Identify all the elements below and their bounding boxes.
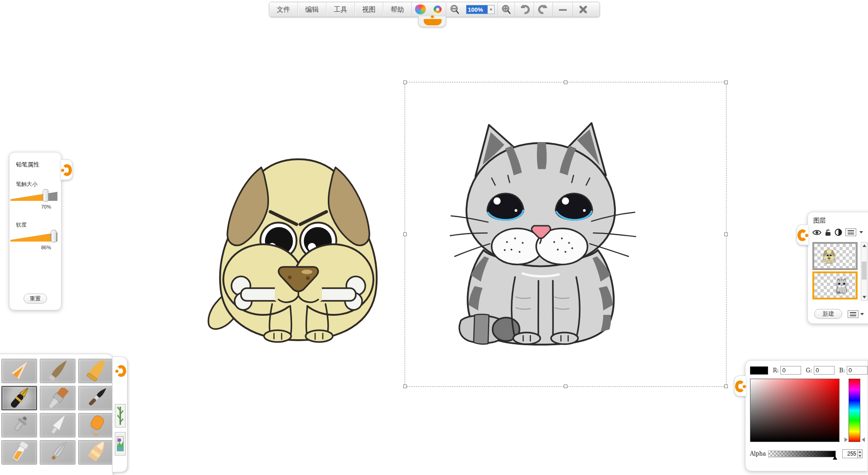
- layers-panel-collapse-handle[interactable]: [797, 224, 808, 245]
- reset-button[interactable]: 重置: [24, 294, 47, 304]
- b-label: B:: [839, 367, 845, 374]
- layers-options-icon[interactable]: [848, 310, 859, 318]
- rainbow-swirl-icon: [433, 5, 443, 14]
- opacity-contrast-icon[interactable]: [835, 228, 842, 236]
- rainbow-stamp-icon: [415, 5, 426, 14]
- dog-drawing[interactable]: [194, 145, 402, 348]
- alpha-spin-up-icon[interactable]: [859, 451, 861, 453]
- menu-tools[interactable]: 工具: [326, 2, 355, 17]
- bamboo-stamp-icon: [117, 406, 124, 426]
- rainbow-swirl-button[interactable]: [429, 2, 446, 17]
- menu-edit[interactable]: 编辑: [298, 2, 326, 17]
- current-color-swatch[interactable]: [750, 366, 768, 375]
- layers-panel: 图层 新建: [807, 212, 868, 324]
- softness-thumb[interactable]: [51, 230, 57, 242]
- zoom-out-icon: [450, 5, 460, 14]
- collapse-smile-icon: [424, 19, 442, 25]
- brush-size-slider[interactable]: [9, 189, 61, 203]
- brush-size-thumb[interactable]: [42, 189, 48, 202]
- pencil-panel-collapse-handle[interactable]: [61, 159, 73, 180]
- menu-help[interactable]: 帮助: [383, 2, 412, 17]
- menu-view[interactable]: 视图: [355, 2, 383, 17]
- g-input[interactable]: [814, 366, 835, 375]
- alpha-input[interactable]: [843, 450, 857, 458]
- undo-button[interactable]: [515, 2, 534, 17]
- redo-icon: [538, 4, 549, 15]
- selection-handle-top-mid[interactable]: [564, 81, 567, 84]
- zoom-level-field: ▼: [463, 2, 498, 17]
- dog-layer-thumbnail: [821, 248, 837, 264]
- zoom-out-button[interactable]: [446, 2, 463, 17]
- sv-cursor-icon[interactable]: [749, 437, 755, 443]
- layer-menu-icon[interactable]: [845, 228, 856, 236]
- g-label: G:: [806, 367, 812, 374]
- brush-size-label: 笔触大小: [16, 180, 61, 188]
- new-layer-button[interactable]: 新建: [814, 309, 842, 319]
- layer-scrollbar[interactable]: [861, 242, 868, 301]
- layer-item-cat[interactable]: [812, 271, 858, 299]
- tool-crayon[interactable]: [78, 359, 114, 383]
- tool-paint-jar[interactable]: [1, 440, 37, 465]
- rainbow-stamp-button[interactable]: [412, 2, 429, 17]
- selection-handle-mid-left[interactable]: [403, 233, 407, 236]
- hue-strip[interactable]: [849, 379, 860, 442]
- layer-menu-caret-icon[interactable]: [859, 231, 863, 233]
- visibility-eye-icon[interactable]: [812, 229, 821, 236]
- toolbar-collapse-tab[interactable]: [418, 16, 446, 27]
- alpha-spin-down-icon[interactable]: [859, 455, 861, 457]
- picture-stamp-button[interactable]: [115, 432, 126, 456]
- menu-file[interactable]: 文件: [269, 2, 298, 17]
- color-panel-collapse-handle[interactable]: [734, 375, 746, 396]
- alpha-marker-icon[interactable]: [833, 456, 837, 460]
- layers-options-caret-icon[interactable]: [860, 313, 864, 315]
- zoom-level-input[interactable]: [466, 5, 488, 14]
- cat-layer-thumbnail: [835, 277, 849, 294]
- tool-fine-knife[interactable]: [40, 440, 75, 465]
- hue-marker-right-icon[interactable]: [862, 437, 865, 442]
- drawing-canvas[interactable]: [0, 0, 868, 475]
- selection-handle-top-left[interactable]: [403, 81, 407, 84]
- tool-brush-tip[interactable]: [40, 359, 75, 383]
- layer-item-dog[interactable]: [812, 242, 858, 270]
- r-input[interactable]: [780, 366, 801, 375]
- alpha-value-field: [842, 449, 863, 458]
- tool-fountain-pen[interactable]: [1, 386, 37, 410]
- bamboo-stamp-button[interactable]: [115, 404, 126, 428]
- brush-size-track[interactable]: [10, 192, 57, 201]
- saturation-value-picker[interactable]: [750, 379, 840, 442]
- main-toolbar: 文件 编辑 工具 视图 帮助 ▼: [269, 2, 600, 17]
- hue-marker-left-icon[interactable]: [844, 437, 848, 442]
- r-label: R:: [773, 367, 778, 374]
- zoom-in-button[interactable]: [498, 2, 515, 17]
- b-input[interactable]: [847, 366, 868, 375]
- minimize-button[interactable]: [553, 2, 573, 17]
- cat-drawing[interactable]: [448, 117, 637, 347]
- alpha-slider[interactable]: [768, 451, 836, 457]
- tool-grid: [1, 359, 113, 465]
- zoom-dropdown-button[interactable]: ▼: [488, 5, 495, 14]
- tool-palette-knife[interactable]: [40, 413, 75, 437]
- tool-eraser[interactable]: [78, 440, 114, 465]
- unlock-icon[interactable]: [825, 228, 831, 236]
- close-button[interactable]: [573, 2, 594, 17]
- scroll-up-icon[interactable]: [861, 242, 867, 249]
- scroll-down-icon[interactable]: [861, 294, 867, 300]
- tool-paint-roller[interactable]: [78, 413, 114, 437]
- tool-pencil[interactable]: [1, 359, 37, 383]
- softness-track[interactable]: [10, 233, 57, 242]
- tool-ink-brush[interactable]: [78, 386, 114, 410]
- selection-handle-bottom-left[interactable]: [403, 385, 407, 388]
- scrollbar-thumb[interactable]: [862, 261, 867, 280]
- tool-flat-brush[interactable]: [40, 386, 75, 410]
- selection-handle-bottom-right[interactable]: [724, 385, 728, 388]
- redo-button[interactable]: [534, 2, 553, 17]
- tool-palette-panel: [0, 354, 113, 475]
- palette-collapse-handle[interactable]: [116, 365, 123, 377]
- alpha-label: Alpha: [750, 451, 768, 457]
- selection-handle-top-right[interactable]: [724, 81, 728, 84]
- softness-slider[interactable]: [9, 230, 61, 243]
- tool-airbrush[interactable]: [1, 413, 37, 437]
- selection-handle-bottom-mid[interactable]: [564, 385, 567, 388]
- brush-size-value: 70%: [9, 204, 51, 209]
- selection-handle-mid-right[interactable]: [724, 233, 728, 236]
